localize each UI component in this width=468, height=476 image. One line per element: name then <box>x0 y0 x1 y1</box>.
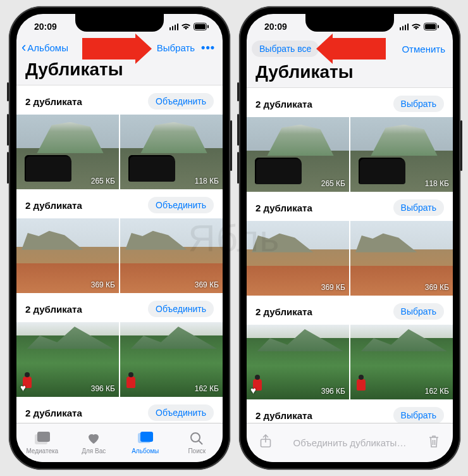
group-title: 2 дубликата <box>25 96 82 107</box>
file-size-badge: 118 КБ <box>425 179 449 188</box>
share-icon <box>259 434 272 451</box>
svg-rect-9 <box>425 24 436 29</box>
merge-button[interactable]: Объединить <box>148 93 214 110</box>
svg-rect-6 <box>140 432 153 442</box>
duplicates-list[interactable]: 2 дубликатаВыбрать265 КБ118 КБ2 дубликат… <box>247 87 453 423</box>
photo-thumbnail[interactable]: 396 КБ♥ <box>247 325 349 399</box>
duplicate-group: 2 дубликатаВыбрать265 КБ118 КБ <box>247 88 453 192</box>
duplicate-group: 2 дубликатаВыбрать <box>247 399 453 423</box>
tab-albums[interactable]: Альбомы <box>120 423 171 462</box>
trash-icon <box>428 434 440 451</box>
svg-rect-4 <box>37 432 50 442</box>
group-title: 2 дубликата <box>25 408 82 418</box>
svg-rect-10 <box>438 25 439 28</box>
file-size-badge: 369 КБ <box>425 283 449 292</box>
duplicate-group: 2 дубликатаОбъединить369 КБ369 КБ <box>16 189 223 293</box>
duplicate-group: 2 дубликатаОбъединить265 КБ118 КБ <box>16 85 223 189</box>
tab-label: Альбомы <box>132 448 159 454</box>
cellular-icon <box>169 23 179 30</box>
page-title: Дубликаты <box>247 62 453 87</box>
chevron-left-icon: ‹ <box>22 41 26 54</box>
notch <box>305 14 394 32</box>
photo-thumbnail[interactable]: 265 КБ <box>247 117 349 192</box>
svg-rect-1 <box>195 24 206 29</box>
tab-search[interactable]: Поиск <box>171 423 223 462</box>
merge-button[interactable]: Объединить <box>148 301 214 317</box>
group-title: 2 дубликата <box>256 410 312 421</box>
bottom-toolbar: Объединить дубликаты… <box>247 423 453 462</box>
library-icon <box>34 431 51 446</box>
duplicates-list[interactable]: 2 дубликатаОбъединить265 КБ118 КБ2 дубли… <box>16 85 223 423</box>
notch <box>75 14 164 32</box>
battery-icon <box>424 23 439 30</box>
photo-thumbnail[interactable]: 369 КБ <box>247 221 349 296</box>
phone-frame-left: 20:09 ‹ Альбомы Выбрать ••• Дубликаты <box>9 6 230 470</box>
page-title: Дубликаты <box>16 60 223 85</box>
group-title: 2 дубликата <box>256 306 312 317</box>
duplicate-group: 2 дубликатаВыбрать369 КБ369 КБ <box>247 192 453 296</box>
group-title: 2 дубликата <box>25 200 82 211</box>
heart-icon <box>86 431 101 446</box>
phone-frame-right: 20:09 Выбрать все Отменить Дубликаты 2 д… <box>239 6 460 470</box>
file-size-badge: 396 КБ <box>91 384 115 393</box>
wifi-icon <box>411 23 421 30</box>
photo-thumbnail[interactable]: 162 КБ <box>350 325 453 399</box>
group-title: 2 дубликата <box>256 203 312 213</box>
photo-thumbnail[interactable]: 118 КБ <box>120 115 223 189</box>
tab-label: Поиск <box>188 448 206 454</box>
photo-thumbnail[interactable]: 396 КБ♥ <box>16 322 119 397</box>
cancel-button[interactable]: Отменить <box>402 44 445 54</box>
select-button[interactable]: Выбрать <box>157 42 195 53</box>
file-size-badge: 265 КБ <box>91 177 115 185</box>
file-size-badge: 265 КБ <box>321 179 345 188</box>
favorite-icon: ♥ <box>250 385 256 396</box>
tab-label: Для Вас <box>82 448 106 454</box>
battery-icon <box>194 23 209 30</box>
file-size-badge: 369 КБ <box>321 283 345 292</box>
cellular-icon <box>400 23 409 30</box>
status-time: 20:09 <box>264 22 287 32</box>
tab-foryou[interactable]: Для Вас <box>68 423 120 462</box>
svg-rect-2 <box>207 25 209 28</box>
annotation-arrow-left <box>316 37 386 61</box>
annotation-arrow-right <box>82 37 152 61</box>
more-button[interactable]: ••• <box>201 41 215 54</box>
select-group-button[interactable]: Выбрать <box>393 407 444 423</box>
search-icon <box>189 431 204 446</box>
file-size-badge: 162 КБ <box>195 384 219 393</box>
merge-button[interactable]: Объединить <box>148 404 214 421</box>
select-group-button[interactable]: Выбрать <box>393 96 444 112</box>
photo-thumbnail[interactable]: 369 КБ <box>350 221 453 296</box>
group-title: 2 дубликата <box>25 304 82 315</box>
wifi-icon <box>181 23 191 30</box>
file-size-badge: 396 КБ <box>321 387 345 396</box>
photo-thumbnail[interactable]: 265 КБ <box>16 115 119 189</box>
duplicate-group: 2 дубликатаВыбрать396 КБ♥162 КБ <box>247 296 453 399</box>
photo-thumbnail[interactable]: 369 КБ <box>120 218 223 293</box>
svg-point-7 <box>191 433 200 442</box>
status-time: 20:09 <box>34 22 57 32</box>
photo-thumbnail[interactable]: 162 КБ <box>120 322 223 397</box>
favorite-icon: ♥ <box>20 382 26 393</box>
file-size-badge: 369 КБ <box>195 280 219 289</box>
merge-duplicates-button: Объединить дубликаты… <box>293 437 407 448</box>
duplicate-group: 2 дубликатаОбъединить396 КБ♥162 КБ <box>16 293 223 397</box>
albums-icon <box>137 431 154 446</box>
merge-button[interactable]: Объединить <box>148 197 214 213</box>
file-size-badge: 162 КБ <box>425 387 449 396</box>
tab-library[interactable]: Медиатека <box>16 423 68 462</box>
select-group-button[interactable]: Выбрать <box>393 199 444 216</box>
select-all-button[interactable]: Выбрать все <box>252 41 319 57</box>
tab-bar: МедиатекаДля ВасАльбомыПоиск <box>16 423 223 462</box>
photo-thumbnail[interactable]: 369 КБ <box>16 218 119 293</box>
duplicate-group: 2 дубликатаОбъединить <box>16 397 223 423</box>
file-size-badge: 369 КБ <box>91 280 115 289</box>
tab-label: Медиатека <box>26 448 58 454</box>
select-group-button[interactable]: Выбрать <box>393 303 444 320</box>
photo-thumbnail[interactable]: 118 КБ <box>350 117 453 192</box>
back-label: Альбомы <box>27 42 68 53</box>
file-size-badge: 118 КБ <box>195 177 219 185</box>
group-title: 2 дубликата <box>256 99 312 110</box>
back-button[interactable]: ‹ Альбомы <box>22 41 68 54</box>
